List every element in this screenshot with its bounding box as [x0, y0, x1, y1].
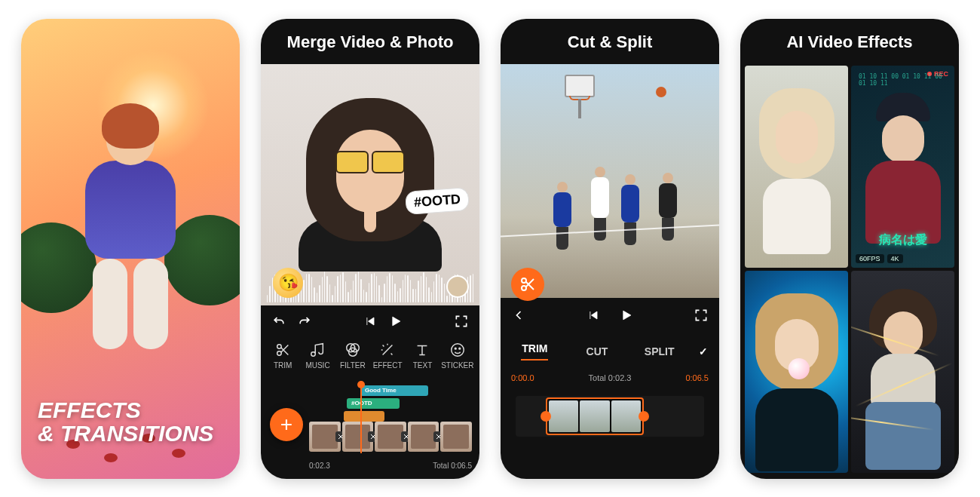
fps-tag: 60FPS	[856, 254, 884, 263]
smiley-icon	[449, 342, 466, 358]
time-row: 0:00.0 Total 0:02.3 0:06.5	[511, 373, 709, 382]
clip-track[interactable]	[309, 422, 472, 452]
effects-grid: REC 01 10 11 00 01 10 11 00 01 10 11 病名は…	[745, 66, 954, 473]
cut-badge-icon	[511, 268, 544, 301]
effect-sample-neon[interactable]: REC 01 10 11 00 01 10 11 00 01 10 11 病名は…	[851, 66, 954, 268]
tab-trim[interactable]: TRIM	[504, 342, 566, 360]
panel-title: Merge Video & Photo	[261, 32, 479, 52]
video-preview[interactable]: #OOTD 😘	[261, 64, 479, 305]
tool-label: FILTER	[340, 361, 366, 370]
playback-controls	[261, 305, 479, 337]
music-note-icon	[309, 342, 326, 358]
tool-sticker[interactable]: STICKER	[440, 342, 475, 382]
kiss-emoji-sticker[interactable]: 😘	[273, 268, 303, 298]
prev-icon[interactable]	[586, 308, 601, 323]
clip-thumb[interactable]	[342, 422, 374, 452]
basketball-hoop	[553, 75, 606, 120]
magic-wand-icon	[379, 342, 396, 358]
play-icon[interactable]	[388, 314, 403, 329]
editor-toolbar: TRIM MUSIC FILTER EFFECT TEXT STICKER	[261, 337, 479, 382]
clip-thumb[interactable]	[309, 422, 341, 452]
prev-icon[interactable]	[363, 314, 378, 329]
tool-label: TEXT	[413, 361, 433, 370]
panel-ai-video-effects: AI Video Effects REC 01 10 11 00 01 10 1…	[740, 19, 959, 479]
trim-handle-left[interactable]	[541, 411, 551, 422]
tool-label: STICKER	[441, 361, 473, 370]
tab-cut[interactable]: CUT	[566, 345, 629, 357]
clip-thumb[interactable]	[440, 422, 472, 452]
svg-point-5	[452, 343, 464, 356]
plant-decoration	[164, 215, 240, 305]
filter-icon	[345, 342, 361, 358]
time-start: 0:00.0	[511, 373, 534, 382]
text-layer[interactable]: #OOTD	[347, 398, 400, 409]
back-icon[interactable]	[511, 308, 526, 323]
tool-label: EFFECT	[373, 361, 403, 370]
tool-label: MUSIC	[305, 361, 329, 370]
panel-title: AI Video Effects	[740, 32, 959, 52]
player	[621, 185, 639, 222]
redo-icon[interactable]	[297, 314, 312, 329]
caption-line2: & TRANSITIONS	[38, 422, 213, 446]
player	[553, 192, 571, 227]
current-time: 0:02.3	[309, 462, 330, 470]
bubblegum	[788, 358, 809, 379]
tool-effect[interactable]: EFFECT	[370, 342, 405, 382]
ootd-sticker[interactable]: #OOTD	[405, 187, 470, 215]
tab-split[interactable]: SPLIT	[628, 345, 691, 357]
undo-icon[interactable]	[271, 314, 286, 329]
panel-title: Cut & Split	[501, 32, 719, 52]
effect-sample-glow[interactable]	[745, 271, 848, 473]
panel-effects-transitions: EFFECTS & TRANSITIONS	[21, 19, 240, 479]
time-end: 0:06.5	[685, 373, 709, 382]
trim-track[interactable]	[516, 396, 704, 437]
quality-tags: 60FPS 4K	[856, 254, 903, 263]
effect-sample-natural[interactable]	[745, 66, 848, 268]
fullscreen-icon[interactable]	[454, 314, 469, 329]
svg-point-6	[455, 348, 456, 349]
panel-merge-video-photo: Merge Video & Photo #OOTD 😘 TRIM MUSIC	[261, 19, 479, 479]
time-indicator: 0:02.3 Total 0:06.5	[309, 462, 472, 470]
trim-handle-right[interactable]	[639, 411, 649, 422]
total-time: Total 0:06.5	[433, 462, 472, 470]
scissors-icon	[274, 342, 291, 358]
panel-cut-split: Cut & Split TRIM CUT SPLIT ✓ 0:00.0 Tota…	[501, 19, 719, 479]
music-layer[interactable]: Good Time	[360, 385, 428, 396]
player	[591, 177, 609, 218]
edit-mode-tabs: TRIM CUT SPLIT ✓	[501, 334, 719, 369]
sticker-layer[interactable]	[344, 411, 384, 422]
tool-music[interactable]: MUSIC	[300, 342, 335, 382]
confirm-check-icon[interactable]: ✓	[691, 345, 716, 357]
panel-caption: EFFECTS & TRANSITIONS	[38, 398, 213, 446]
add-clip-button[interactable]: +	[270, 408, 303, 441]
tool-text[interactable]: TEXT	[405, 342, 439, 382]
creator-avatar[interactable]	[446, 275, 469, 298]
tool-label: TRIM	[274, 361, 292, 370]
fullscreen-icon[interactable]	[694, 308, 709, 323]
person-illustration	[299, 98, 442, 272]
person-illustration	[85, 117, 176, 349]
neon-text: 病名は愛	[851, 232, 954, 248]
clip-thumb[interactable]	[408, 422, 439, 452]
text-icon	[414, 342, 430, 358]
svg-point-7	[459, 348, 461, 349]
playhead[interactable]	[360, 385, 362, 453]
play-icon[interactable]	[619, 308, 634, 323]
playback-controls	[501, 299, 719, 331]
resolution-tag: 4K	[887, 254, 903, 263]
clip-thumb[interactable]	[375, 422, 406, 452]
effect-sample-sparkle[interactable]	[851, 271, 954, 473]
player	[659, 183, 677, 218]
basketball	[656, 87, 666, 97]
tool-filter[interactable]: FILTER	[335, 342, 370, 382]
video-preview[interactable]	[501, 64, 719, 298]
tool-trim[interactable]: TRIM	[265, 342, 300, 382]
time-total: Total 0:02.3	[589, 373, 632, 382]
trim-selection[interactable]	[546, 397, 644, 435]
caption-line1: EFFECTS	[38, 398, 213, 422]
